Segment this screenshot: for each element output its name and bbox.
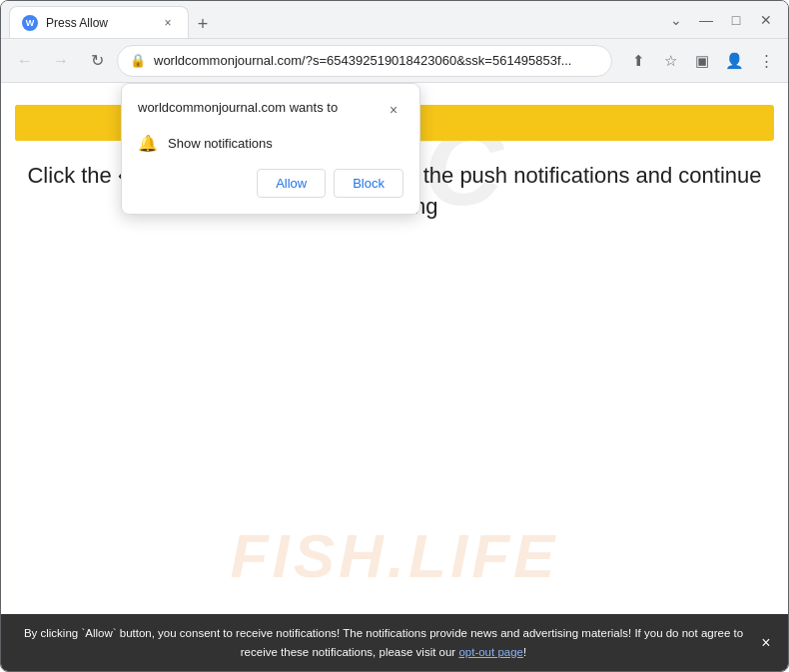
lock-icon: 🔒: [130, 53, 146, 68]
menu-icon[interactable]: ⋮: [752, 47, 780, 75]
address-bar: ← → ↻ 🔒 worldcommonjournal.com/?s=654392…: [1, 39, 788, 83]
banner-optout-link[interactable]: opt-out page: [458, 646, 523, 658]
address-text: worldcommonjournal.com/?s=65439251901842…: [154, 53, 571, 68]
new-tab-button[interactable]: +: [189, 10, 217, 38]
window-controls: ⌄ — □ ✕: [662, 6, 780, 34]
popup-item-text: Show notifications: [168, 136, 273, 151]
banner-text-part2: !: [523, 646, 526, 658]
notification-popup: worldcommonjournal.com wants to × 🔔 Show…: [121, 83, 420, 215]
bookmark-icon[interactable]: ☆: [656, 47, 684, 75]
refresh-button[interactable]: ↻: [81, 45, 113, 77]
maximize-button[interactable]: □: [722, 6, 750, 34]
tab-close-button[interactable]: ×: [160, 15, 176, 31]
forward-button[interactable]: →: [45, 45, 77, 77]
active-tab[interactable]: W Press Allow ×: [9, 6, 189, 38]
sidebar-icon[interactable]: ▣: [688, 47, 716, 75]
watermark-bottom: FISH.LIFE: [231, 520, 559, 591]
address-input[interactable]: 🔒 worldcommonjournal.com/?s=654392519018…: [117, 45, 612, 77]
tab-title: Press Allow: [46, 16, 152, 30]
back-button[interactable]: ←: [9, 45, 41, 77]
block-button[interactable]: Block: [334, 169, 403, 198]
message-part1: Click the «: [27, 163, 130, 188]
title-bar: W Press Allow × + ⌄ — □ ✕: [1, 1, 788, 39]
popup-header: worldcommonjournal.com wants to ×: [138, 100, 403, 120]
bottom-banner: By clicking `Allow` button, you consent …: [1, 614, 788, 671]
popup-title: worldcommonjournal.com wants to: [138, 100, 338, 115]
close-button[interactable]: ✕: [752, 6, 780, 34]
minimize-button[interactable]: —: [692, 6, 720, 34]
popup-buttons: Allow Block: [138, 169, 403, 198]
bell-icon: 🔔: [138, 134, 158, 153]
popup-close-button[interactable]: ×: [384, 100, 403, 120]
allow-button[interactable]: Allow: [257, 169, 326, 198]
account-icon[interactable]: 👤: [720, 47, 748, 75]
collapse-icon: ⌄: [662, 6, 690, 34]
popup-item: 🔔 Show notifications: [138, 134, 403, 153]
browser-frame: W Press Allow × + ⌄ — □ ✕ ← → ↻ 🔒 worldc…: [0, 0, 789, 672]
tab-bar: W Press Allow × +: [9, 1, 658, 38]
banner-text-part1: By clicking `Allow` button, you consent …: [24, 627, 743, 657]
address-bar-icons: ⬆ ☆ ▣ 👤 ⋮: [624, 47, 780, 75]
banner-close-button[interactable]: ×: [754, 631, 778, 655]
content-area: PTC 99% Click the «Allow» button to subs…: [1, 83, 788, 671]
tab-favicon: W: [22, 15, 38, 31]
share-icon[interactable]: ⬆: [624, 47, 652, 75]
